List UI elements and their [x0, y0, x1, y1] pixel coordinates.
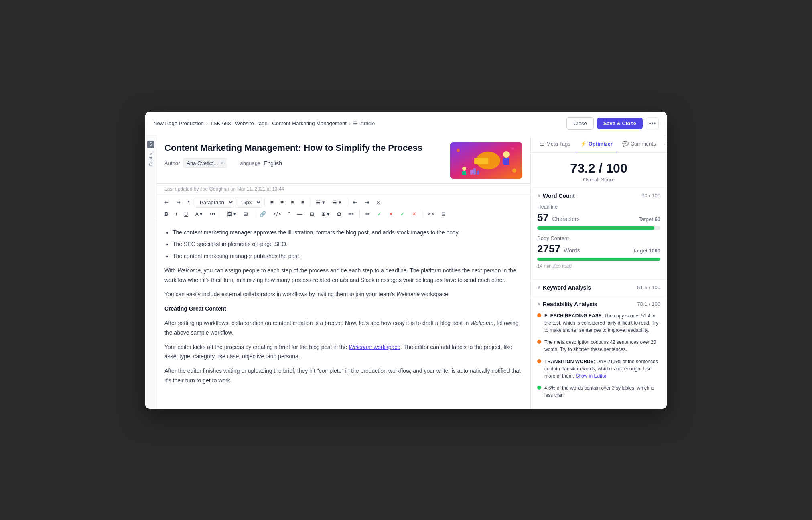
blockquote-button[interactable]: " — [285, 209, 293, 219]
readability-header[interactable]: ∧ Readability Analysis 78.1 / 100 — [537, 301, 660, 307]
readability-text-4: 4.6% of the words contain over 3 syllabl… — [544, 384, 660, 399]
undo-button[interactable]: ↩ — [161, 198, 172, 207]
svg-rect-10 — [470, 170, 473, 175]
align-center-button[interactable]: ≡ — [278, 198, 287, 207]
tab-meta-tags[interactable]: ☰ Meta Tags — [536, 136, 574, 152]
readability-item-3: TRANSITION WORDS: Only 21.5% of the sent… — [537, 358, 660, 380]
show-in-editor-link[interactable]: Show in Editor — [575, 373, 606, 379]
svg-rect-6 — [462, 171, 466, 175]
overall-score-label: Overall Score — [537, 177, 660, 183]
indent-button[interactable]: ⇥ — [361, 198, 372, 207]
panel-expand-arrow[interactable]: → — [662, 141, 666, 147]
word-count-section: ∧ Word Count 90 / 100 Headline 57 Charac… — [531, 188, 667, 280]
image-button[interactable]: 🖼 ▾ — [224, 209, 240, 219]
ordered-list-button[interactable]: ☰ ▾ — [329, 198, 345, 207]
paragraph-1: With Welcome, you can assign people to e… — [164, 266, 522, 285]
list-item: The content marketing manager publishes … — [173, 252, 522, 261]
reject-all-button[interactable]: ✕ — [409, 209, 420, 219]
embed-button[interactable]: ⊞ — [240, 209, 251, 219]
block-type-button[interactable]: ¶ — [185, 198, 194, 207]
link-button[interactable]: 🔗 — [256, 209, 269, 219]
headline-target-value: 60 — [655, 216, 660, 222]
accept-button[interactable]: ✓ — [374, 209, 385, 219]
toolbar-row-2: B I U A ▾ ••• 🖼 ▾ ⊞ 🔗 </> " — ⊡ ⊞ ▾ Ω — [161, 209, 526, 219]
more-options-button[interactable]: ••• — [646, 117, 659, 130]
body-progress-bar — [537, 258, 660, 261]
table-embed-button[interactable]: ⊡ — [307, 209, 317, 219]
toolbar-sep-2 — [310, 198, 310, 206]
font-color-button[interactable]: A ▾ — [192, 209, 206, 219]
meta-tags-icon: ☰ — [540, 141, 544, 147]
underline-button[interactable]: U — [181, 209, 191, 219]
readability-text-2: The meta description contains 42 sentenc… — [544, 339, 660, 353]
readability-item-4: 4.6% of the words contain over 3 syllabl… — [537, 384, 660, 399]
divider-button[interactable]: — — [294, 209, 306, 219]
more-format-button[interactable]: ••• — [207, 209, 219, 219]
more-button[interactable]: ••• — [345, 209, 357, 219]
readability-section: ∧ Readability Analysis 78.1 / 100 FLESCH… — [531, 296, 667, 409]
save-close-button[interactable]: Save & Close — [597, 118, 643, 129]
outdent-button[interactable]: ⇤ — [350, 198, 361, 207]
tab-comments[interactable]: 💬 Comments — [618, 136, 660, 152]
readability-title: ∧ Readability Analysis — [537, 301, 597, 307]
reject-button[interactable]: ✕ — [386, 209, 396, 219]
headline-unit: Characters — [552, 216, 579, 222]
editor-content[interactable]: The content marketing manager approves t… — [156, 221, 530, 409]
word-count-header[interactable]: ∧ Word Count 90 / 100 — [537, 193, 660, 199]
svg-rect-2 — [474, 158, 488, 164]
overall-score-section: 73.2 / 100 Overall Score — [531, 153, 667, 188]
breadcrumb-article-icon: ☰ — [353, 120, 358, 126]
more-icon: ••• — [649, 120, 656, 127]
unordered-list-button[interactable]: ☰ ▾ — [313, 198, 328, 207]
align-justify-button[interactable]: ≡ — [298, 198, 308, 207]
author-remove-icon[interactable]: ✕ — [220, 160, 224, 166]
list-item: The content marketing manager approves t… — [173, 228, 522, 238]
keyword-analysis-score: 51.5 / 100 — [637, 284, 660, 290]
tab-optimizer[interactable]: ⚡ Optimizer — [576, 136, 617, 152]
paragraph-2: You can easily include external collabor… — [164, 290, 522, 299]
breadcrumb-sep-2: › — [349, 120, 351, 126]
font-size-select[interactable]: 15px 12px 14px — [235, 197, 262, 208]
accept-all-button[interactable]: ✓ — [397, 209, 408, 219]
edit-mode-button[interactable]: ✏ — [362, 209, 373, 219]
align-right-button[interactable]: ≡ — [288, 198, 297, 207]
template-button[interactable]: ⊟ — [438, 209, 449, 219]
article-thumbnail — [450, 142, 522, 179]
article-header: Content Marketing Management: How to Sim… — [156, 136, 530, 184]
drafts-label[interactable]: Drafts — [148, 153, 153, 166]
language-value[interactable]: English — [264, 160, 282, 167]
italic-button[interactable]: I — [172, 209, 180, 219]
block-type-select[interactable]: Paragraph Heading 1 Heading 2 — [195, 197, 234, 208]
body-target: Target 1000 — [633, 248, 660, 254]
toolbar-sep-7 — [422, 210, 422, 218]
code-block-button[interactable]: <> — [425, 209, 437, 219]
main-layout: 5 Drafts Content Marketing Management: H… — [145, 136, 667, 409]
headline-value: 57 — [537, 211, 549, 223]
transition-label: TRANSITION WORDS — [544, 359, 594, 364]
special-chars-button[interactable]: Ω — [334, 209, 344, 219]
author-field: Author Ana Cvetko... ✕ — [164, 158, 227, 168]
close-button[interactable]: Close — [566, 117, 593, 130]
breadcrumb-item-2[interactable]: TSK-668 | Website Page - Content Marketi… — [210, 120, 347, 126]
word-count-chevron: ∧ — [537, 193, 540, 198]
breadcrumb-item-1[interactable]: New Page Production — [153, 120, 204, 126]
svg-point-3 — [503, 151, 510, 158]
headline-progress-fill — [537, 226, 654, 230]
paragraph-3: After setting up workflows, collaboratio… — [164, 319, 522, 338]
special-button[interactable]: ⊙ — [373, 198, 384, 207]
toolbar-sep-1 — [264, 198, 265, 206]
breadcrumb-sep-1: › — [206, 120, 208, 126]
readability-dot-4 — [537, 386, 541, 390]
bold-button[interactable]: B — [161, 209, 171, 219]
redo-button[interactable]: ↪ — [173, 198, 184, 207]
keyword-analysis-header[interactable]: ∨ Keyword Analysis 51.5 / 100 — [537, 284, 660, 291]
welcome-workspace-link[interactable]: Welcome workspace — [349, 344, 400, 350]
code-inline-button[interactable]: </> — [270, 209, 284, 219]
table-button[interactable]: ⊞ ▾ — [318, 209, 333, 219]
toolbar-sep-6 — [359, 210, 360, 218]
drafts-badge: 5 — [147, 141, 154, 148]
updated-info: Last updated by Joe Geoghan on Mar 11, 2… — [156, 184, 530, 195]
align-left-button[interactable]: ≡ — [267, 198, 277, 207]
readability-chevron: ∧ — [537, 301, 540, 307]
readability-text-1: FLESCH READING EASE: The copy scores 51.… — [544, 312, 660, 334]
